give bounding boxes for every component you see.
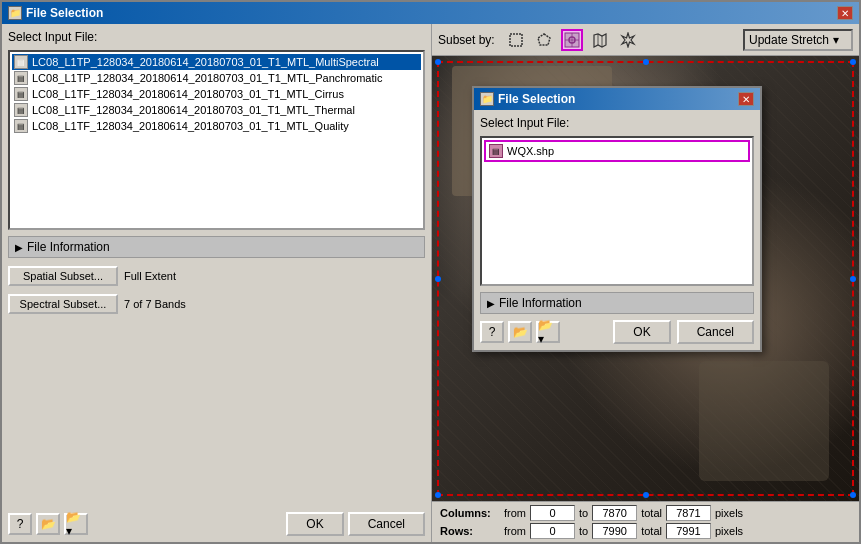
dot-tl — [435, 59, 441, 65]
col-to-label: to — [579, 507, 588, 519]
satellite-background: 📁 File Selection ✕ Select Input File: ▤ — [432, 56, 859, 501]
right-panel: Subset by: — [432, 24, 859, 542]
cancel-button[interactable]: Cancel — [348, 512, 425, 536]
col-pixels-label: pixels — [715, 507, 743, 519]
col-total-field: 7871 — [666, 505, 711, 521]
columns-label: Columns: — [440, 507, 500, 519]
col-from-value: 0 — [549, 507, 555, 519]
inner-help-button[interactable]: ? — [480, 321, 504, 343]
inner-dialog: 📁 File Selection ✕ Select Input File: ▤ — [472, 86, 762, 352]
outer-window-title: File Selection — [26, 6, 103, 20]
row-to-value: 7990 — [602, 525, 626, 537]
file-info-label: File Information — [27, 240, 110, 254]
inner-body: Select Input File: ▤ WQX.shp ▶ Fi — [474, 110, 760, 350]
file-info-section[interactable]: ▶ File Information — [8, 236, 425, 258]
map-select-icon[interactable] — [589, 29, 611, 51]
bottom-bar: Columns: from 0 to 7870 total 7871 pixel… — [432, 501, 859, 542]
dot-br — [850, 492, 856, 498]
spectral-subset-row: Spectral Subset... 7 of 7 Bands — [8, 294, 425, 314]
file-item-1[interactable]: ▤ LC08_L1TP_128034_20180614_20180703_01_… — [12, 70, 421, 86]
folder-button[interactable]: 📂 — [36, 513, 60, 535]
spatial-subset-value: Full Extent — [124, 270, 176, 282]
row-from-label: from — [504, 525, 526, 537]
columns-row: Columns: from 0 to 7870 total 7871 pixel… — [440, 505, 851, 521]
inner-folder-arrow-button[interactable]: 📂▾ — [536, 321, 560, 343]
inner-file-name-0: WQX.shp — [507, 145, 554, 157]
file-list[interactable]: ▤ LC08_L1TP_128034_20180614_20180703_01_… — [8, 50, 425, 230]
inner-window-title: File Selection — [498, 92, 575, 106]
outer-title-bar: 📁 File Selection ✕ — [2, 2, 859, 24]
dot-tc — [643, 59, 649, 65]
inner-folder-button[interactable]: 📂 — [508, 321, 532, 343]
inner-left-buttons: ? 📂 📂▾ — [480, 321, 560, 343]
row-total-label: total — [641, 525, 662, 537]
update-stretch-arrow: ▾ — [833, 33, 839, 47]
inner-close-button[interactable]: ✕ — [738, 92, 754, 106]
rect-select-icon[interactable] — [505, 29, 527, 51]
image-area: 📁 File Selection ✕ Select Input File: ▤ — [432, 56, 859, 501]
file-name-0: LC08_L1TP_128034_20180614_20180703_01_T1… — [32, 56, 379, 68]
image-select-icon[interactable] — [561, 29, 583, 51]
row-to-label: to — [579, 525, 588, 537]
file-name-1: LC08_L1TP_128034_20180614_20180703_01_T1… — [32, 72, 382, 84]
polygon-select-icon[interactable] — [533, 29, 555, 51]
file-icon-4: ▤ — [14, 119, 28, 133]
cross-select-icon[interactable] — [617, 29, 639, 51]
rows-row: Rows: from 0 to 7990 total 7991 pixels — [440, 523, 851, 539]
dot-tr — [850, 59, 856, 65]
file-name-4: LC08_L1TF_128034_20180614_20180703_01_T1… — [32, 120, 349, 132]
inner-file-info-section[interactable]: ▶ File Information — [480, 292, 754, 314]
update-stretch-dropdown[interactable]: Update Stretch ▾ — [743, 29, 853, 51]
col-total-label: total — [641, 507, 662, 519]
left-bottom-buttons: ? 📂 📂▾ OK Cancel — [8, 508, 425, 536]
toolbar-strip: Subset by: — [432, 24, 859, 56]
ok-button[interactable]: OK — [286, 512, 343, 536]
file-item-3[interactable]: ▤ LC08_L1TF_128034_20180614_20180703_01_… — [12, 102, 421, 118]
inner-dialog-overlay: 📁 File Selection ✕ Select Input File: ▤ — [472, 86, 762, 352]
dot-ml — [435, 276, 441, 282]
window-body: Select Input File: ▤ LC08_L1TP_128034_20… — [2, 24, 859, 542]
dot-bc — [643, 492, 649, 498]
inner-window-icon: 📁 — [480, 92, 494, 106]
inner-select-label: Select Input File: — [480, 116, 754, 130]
file-item-2[interactable]: ▤ LC08_L1TF_128034_20180614_20180703_01_… — [12, 86, 421, 102]
inner-file-info-label: File Information — [499, 296, 582, 310]
inner-title-bar: 📁 File Selection ✕ — [474, 88, 760, 110]
row-from-field[interactable]: 0 — [530, 523, 575, 539]
inner-file-list[interactable]: ▤ WQX.shp — [480, 136, 754, 286]
outer-close-button[interactable]: ✕ — [837, 6, 853, 20]
file-name-3: LC08_L1TF_128034_20180614_20180703_01_T1… — [32, 104, 355, 116]
row-to-field[interactable]: 7990 — [592, 523, 637, 539]
select-input-label: Select Input File: — [8, 30, 425, 44]
dot-mr — [850, 276, 856, 282]
spectral-subset-value: 7 of 7 Bands — [124, 298, 186, 310]
inner-right-buttons: OK Cancel — [613, 320, 754, 344]
row-from-value: 0 — [549, 525, 555, 537]
file-icon-2: ▤ — [14, 87, 28, 101]
file-icon-1: ▤ — [14, 71, 28, 85]
file-icon-3: ▤ — [14, 103, 28, 117]
col-to-field[interactable]: 7870 — [592, 505, 637, 521]
spatial-subset-row: Spatial Subset... Full Extent — [8, 266, 425, 286]
inner-file-item-0[interactable]: ▤ WQX.shp — [484, 140, 750, 162]
spatial-subset-button[interactable]: Spatial Subset... — [8, 266, 118, 286]
inner-bottom-buttons: ? 📂 📂▾ OK Cancel — [480, 320, 754, 344]
file-info-arrow: ▶ — [15, 242, 23, 253]
inner-ok-button[interactable]: OK — [613, 320, 670, 344]
help-button[interactable]: ? — [8, 513, 32, 535]
svg-marker-8 — [622, 33, 634, 47]
file-icon-0: ▤ — [14, 55, 28, 69]
file-name-2: LC08_L1TF_128034_20180614_20180703_01_T1… — [32, 88, 344, 100]
file-item-4[interactable]: ▤ LC08_L1TF_128034_20180614_20180703_01_… — [12, 118, 421, 134]
window-icon: 📁 — [8, 6, 22, 20]
subset-by-label: Subset by: — [438, 33, 495, 47]
spectral-subset-button[interactable]: Spectral Subset... — [8, 294, 118, 314]
inner-cancel-button[interactable]: Cancel — [677, 320, 754, 344]
file-item-0[interactable]: ▤ LC08_L1TP_128034_20180614_20180703_01_… — [12, 54, 421, 70]
folder-arrow-button[interactable]: 📂▾ — [64, 513, 88, 535]
col-from-field[interactable]: 0 — [530, 505, 575, 521]
left-panel: Select Input File: ▤ LC08_L1TP_128034_20… — [2, 24, 432, 542]
outer-window: 📁 File Selection ✕ Select Input File: ▤ … — [0, 0, 861, 544]
col-from-label: from — [504, 507, 526, 519]
svg-rect-0 — [510, 34, 522, 46]
